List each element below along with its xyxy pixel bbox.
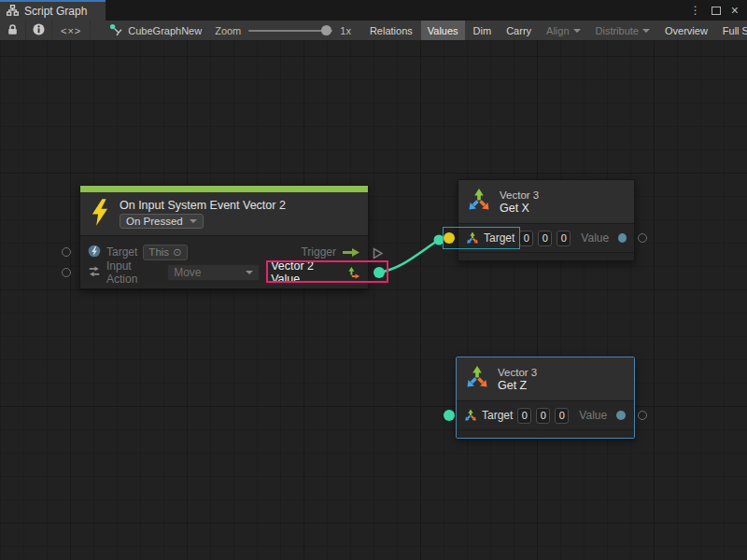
graph-ref-icon: [109, 23, 123, 38]
input-action-icon: [88, 265, 101, 281]
graph-name: CubeGraphNew: [128, 25, 202, 36]
object-picker-icon: ⊙: [173, 245, 182, 259]
get-x-value-output-port[interactable]: [638, 233, 647, 243]
value-port-label: Value: [579, 409, 607, 422]
target-port-label: Target: [106, 245, 137, 259]
chevron-down-icon: [642, 29, 650, 33]
lock-button[interactable]: [0, 21, 26, 40]
window-menu-icon[interactable]: ⋮: [690, 4, 701, 17]
target-event-icon: [88, 245, 101, 260]
graph-reference[interactable]: CubeGraphNew: [102, 21, 209, 40]
node-subtitle: Get Z: [498, 379, 537, 392]
info-button[interactable]: [26, 21, 52, 40]
toolbar-button-carry[interactable]: Carry: [500, 21, 538, 40]
graph-toolbar: <×> CubeGraphNew Zoom 1x Relations Value…: [0, 21, 747, 41]
toolbar-button-overview[interactable]: Overview: [658, 21, 714, 40]
chevron-down-icon: [190, 219, 197, 223]
window-titlebar: Script Graph ⋮ ×: [0, 0, 747, 21]
vector-y-field[interactable]: 0: [536, 408, 550, 424]
target-port-label: Target: [482, 409, 513, 422]
tab-script-graph[interactable]: Script Graph: [0, 0, 106, 21]
graph-canvas[interactable]: On Input System Event Vector 2 On Presse…: [0, 41, 747, 560]
node-title: Vector 3: [500, 189, 539, 201]
event-target-input-port[interactable]: [62, 247, 71, 257]
event-mode-dropdown[interactable]: On Pressed: [120, 214, 204, 229]
vector-y-field[interactable]: 0: [538, 231, 552, 246]
chevron-down-icon: [246, 271, 253, 274]
event-accent-bar: [80, 186, 368, 192]
info-icon: [33, 23, 45, 37]
value-port-label: Value: [581, 231, 609, 245]
trigger-port-label: Trigger: [301, 245, 336, 259]
zoom-slider[interactable]: [248, 30, 332, 32]
vector3-icon: [467, 188, 491, 216]
vector2-value-highlight-box: [266, 260, 388, 283]
code-preview-button[interactable]: <×>: [52, 21, 91, 40]
event-node-title: On Input System Event Vector 2: [120, 199, 286, 212]
toolbar-button-dim[interactable]: Dim: [467, 21, 499, 40]
value-port-dot[interactable]: [616, 411, 626, 420]
chevron-down-icon: [573, 29, 581, 33]
node-vector3-get-z[interactable]: Vector 3 Get Z Target 0 0 0 Value: [456, 357, 635, 439]
event-input-action-input-port[interactable]: [62, 268, 71, 277]
toolbar-button-full-screen[interactable]: Full Screen: [716, 21, 747, 40]
toolbar-button-relations[interactable]: Relations: [363, 21, 419, 40]
vector-z-field[interactable]: 0: [557, 231, 571, 246]
node-subtitle: Get X: [500, 202, 539, 215]
zoom-value: 1x: [340, 25, 351, 36]
input-action-port-label: Input Action: [106, 259, 162, 286]
tab-title: Script Graph: [24, 5, 87, 18]
get-x-target-hover-outline: [443, 227, 520, 249]
vector-x-field[interactable]: 0: [519, 231, 533, 246]
input-action-dropdown[interactable]: Move: [167, 264, 260, 281]
vector-z-field[interactable]: 0: [555, 408, 569, 424]
value-port-dot[interactable]: [618, 233, 627, 243]
script-graph-hierarchy-icon: [7, 5, 19, 19]
target-object-field[interactable]: This ⊙: [143, 245, 187, 260]
lightning-bolt-icon: [90, 199, 109, 230]
code-toggle-icon: <×>: [61, 25, 81, 36]
zoom-label: Zoom: [215, 25, 241, 36]
vector3-icon: [465, 365, 489, 393]
get-z-target-input-port[interactable]: [444, 410, 455, 421]
close-icon[interactable]: ×: [731, 6, 739, 15]
toolbar-button-distribute: Distribute: [589, 21, 656, 40]
zoom-slider-handle[interactable]: [321, 25, 331, 35]
maximize-icon[interactable]: [712, 7, 721, 15]
vector-x-field[interactable]: 0: [517, 408, 531, 424]
toolbar-button-values[interactable]: Values: [421, 21, 465, 40]
vector3-mini-icon: [464, 409, 477, 422]
connection-wire: [0, 41, 747, 560]
get-z-target-row: Target 0 0 0 Value: [457, 400, 634, 429]
get-z-value-output-port[interactable]: [638, 411, 647, 420]
node-title: Vector 3: [498, 367, 537, 378]
toolbar-button-align: Align: [540, 21, 586, 40]
trigger-arrow-icon: [342, 247, 360, 258]
lock-icon: [7, 23, 19, 37]
